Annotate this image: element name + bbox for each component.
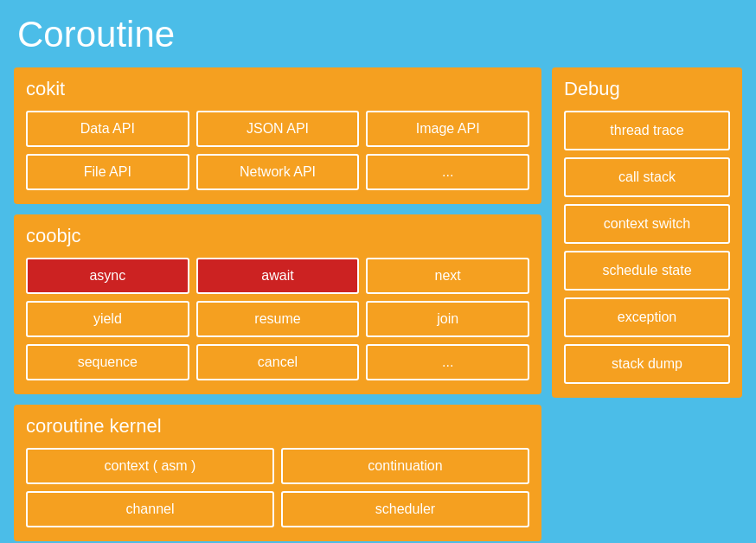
kernel-panel: coroutine kernel context ( asm ) continu… bbox=[14, 405, 541, 541]
debug-panel: Debug thread trace call stack context sw… bbox=[552, 67, 742, 398]
page-title: Coroutine bbox=[14, 14, 742, 55]
yield-button[interactable]: yield bbox=[26, 301, 189, 337]
scheduler-button[interactable]: scheduler bbox=[281, 491, 529, 527]
cokit-more-button[interactable]: ... bbox=[366, 154, 529, 190]
call-stack-button[interactable]: call stack bbox=[564, 157, 730, 197]
debug-title: Debug bbox=[564, 78, 730, 100]
coobjc-more-button[interactable]: ... bbox=[366, 344, 529, 380]
kernel-row1: context ( asm ) continuation bbox=[26, 448, 529, 484]
data-api-button[interactable]: Data API bbox=[26, 111, 189, 147]
async-button[interactable]: async bbox=[26, 258, 189, 294]
network-api-button[interactable]: Network API bbox=[196, 154, 360, 190]
coobjc-row3: sequence cancel ... bbox=[26, 344, 529, 380]
exception-button[interactable]: exception bbox=[564, 297, 730, 337]
resume-button[interactable]: resume bbox=[196, 301, 360, 337]
image-api-button[interactable]: Image API bbox=[366, 111, 529, 147]
coobjc-panel: coobjc async await next yield resume joi… bbox=[14, 214, 541, 394]
sequence-button[interactable]: sequence bbox=[26, 344, 189, 380]
continuation-button[interactable]: continuation bbox=[281, 448, 529, 484]
coobjc-row1: async await next bbox=[26, 258, 529, 294]
cokit-row1: Data API JSON API Image API bbox=[26, 111, 529, 147]
channel-button[interactable]: channel bbox=[26, 491, 274, 527]
schedule-state-button[interactable]: schedule state bbox=[564, 251, 730, 291]
context-asm-button[interactable]: context ( asm ) bbox=[26, 448, 274, 484]
next-button[interactable]: next bbox=[366, 258, 529, 294]
main-layout: cokit Data API JSON API Image API File A… bbox=[14, 67, 742, 541]
cokit-title: cokit bbox=[26, 78, 529, 100]
thread-trace-button[interactable]: thread trace bbox=[564, 111, 730, 150]
right-column: Debug thread trace call stack context sw… bbox=[552, 67, 742, 398]
context-switch-button[interactable]: context switch bbox=[564, 204, 730, 244]
json-api-button[interactable]: JSON API bbox=[196, 111, 360, 147]
coobjc-title: coobjc bbox=[26, 225, 529, 247]
await-button[interactable]: await bbox=[196, 258, 360, 294]
cancel-button[interactable]: cancel bbox=[196, 344, 360, 380]
kernel-row2: channel scheduler bbox=[26, 491, 529, 527]
kernel-title: coroutine kernel bbox=[26, 415, 529, 438]
stack-dump-button[interactable]: stack dump bbox=[564, 344, 730, 384]
cokit-row2: File API Network API ... bbox=[26, 154, 529, 190]
left-column: cokit Data API JSON API Image API File A… bbox=[14, 67, 541, 541]
join-button[interactable]: join bbox=[366, 301, 529, 337]
cokit-panel: cokit Data API JSON API Image API File A… bbox=[14, 67, 541, 204]
file-api-button[interactable]: File API bbox=[26, 154, 189, 190]
coobjc-row2: yield resume join bbox=[26, 301, 529, 337]
